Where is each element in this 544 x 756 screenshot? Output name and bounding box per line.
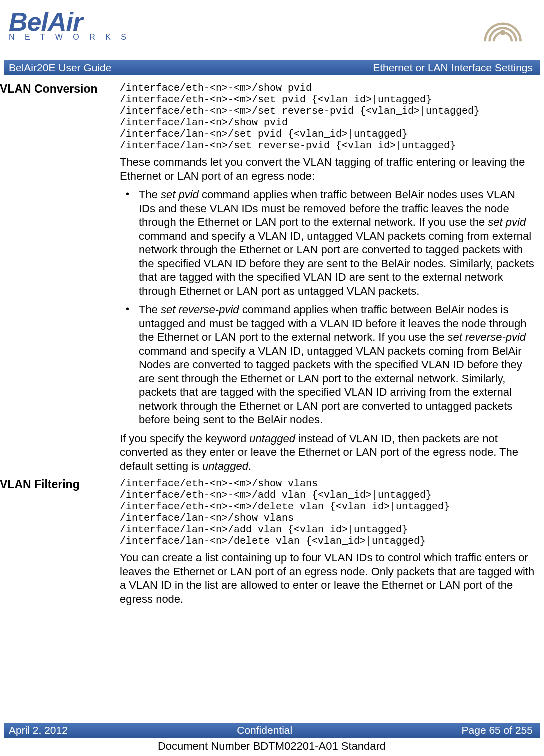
cmd-block-vlan-conversion: /interface/eth-<n>-<m>/show pvid /interf… [120, 82, 535, 151]
page-header: BelAir N E T W O R K S [0, 10, 544, 60]
para-vlan-filtering: You can create a list containing up to f… [120, 551, 535, 606]
list-item: The set pvid command applies when traffi… [120, 188, 535, 298]
cmd-set-pvid: set pvid [488, 216, 526, 228]
kw-untagged: untagged [202, 460, 248, 472]
content-grid: VLAN Conversion /interface/eth-<n>-<m>/s… [0, 82, 544, 611]
heading-vlan-conversion: VLAN Conversion [0, 82, 120, 96]
page: BelAir N E T W O R K S BelAir20E User Gu… [0, 0, 544, 756]
body-vlan-conversion: /interface/eth-<n>-<m>/show pvid /interf… [120, 82, 535, 478]
guide-title: BelAir20E User Guide [9, 62, 112, 74]
text: If you specify the keyword [120, 432, 250, 445]
doc-number: Document Number BDTM02201-A01 Standard [0, 740, 544, 753]
brand-logo: BelAir N E T W O R K S [9, 10, 130, 42]
title-bar: BelAir20E User Guide Ethernet or LAN Int… [4, 60, 540, 75]
footer-confidential: Confidential [237, 724, 292, 736]
footer-date: April 2, 2012 [9, 724, 68, 736]
text: The [139, 303, 161, 316]
text: command and specify a VLAN ID, untagged … [139, 345, 522, 426]
svg-point-0 [500, 30, 506, 35]
brand-subtitle: N E T W O R K S [9, 33, 130, 42]
cmd-block-vlan-filtering: /interface/eth-<n>-<m>/show vlans /inter… [120, 478, 535, 547]
tail-vlan-conversion: If you specify the keyword untagged inst… [120, 432, 535, 473]
kw-untagged: untagged [250, 432, 296, 445]
footer-bar: April 2, 2012 Confidential Page 65 of 25… [4, 723, 540, 738]
list-item: The set reverse-pvid command applies whe… [120, 303, 535, 427]
text: . [248, 460, 252, 472]
cmd-set-reverse-pvid: set reverse-pvid [161, 303, 240, 316]
heading-vlan-filtering: VLAN Filtering [0, 478, 120, 492]
section-title: Ethernet or LAN Interface Settings [373, 62, 533, 74]
side-heading-vlan-conversion: VLAN Conversion [0, 82, 120, 478]
cmd-set-reverse-pvid: set reverse-pvid [448, 331, 526, 343]
footer-page: Page 65 of 255 [462, 724, 533, 736]
swirl-icon [480, 10, 535, 52]
cmd-set-pvid: set pvid [161, 188, 199, 201]
intro-vlan-conversion: These commands let you convert the VLAN … [120, 155, 535, 183]
bullet-list-vlan-conversion: The set pvid command applies when traffi… [120, 188, 535, 427]
brand-name: BelAir [9, 10, 130, 34]
side-heading-vlan-filtering: VLAN Filtering [0, 478, 120, 611]
body-vlan-filtering: /interface/eth-<n>-<m>/show vlans /inter… [120, 478, 535, 611]
text: The [139, 188, 161, 201]
text: command and specify a VLAN ID, untagged … [139, 230, 534, 297]
